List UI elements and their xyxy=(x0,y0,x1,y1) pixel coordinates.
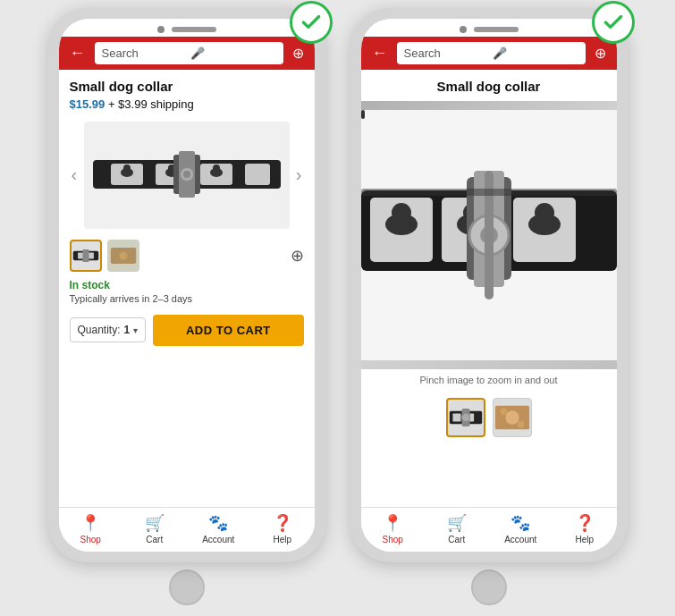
svg-point-46 xyxy=(500,408,507,415)
phone1-wrapper: ← Search 🎤 ⊕ Small dog collar $15.99 + $… xyxy=(48,8,325,609)
product-price-1: $15.99 + $3.99 shipping xyxy=(70,97,304,111)
account-label-2: Account xyxy=(504,535,536,544)
back-button-2[interactable]: ← xyxy=(368,42,392,64)
cart-icon-1: 🛒 xyxy=(145,513,165,533)
bottom-nav-2: 📍 Shop 🛒 Cart 🐾 Account ❓ Help xyxy=(361,507,617,552)
mic-icon-2: 🎤 xyxy=(493,46,578,60)
quantity-selector-1[interactable]: Quantity: 1 ▾ xyxy=(70,317,147,342)
account-icon-1: 🐾 xyxy=(208,513,228,533)
speaker-1 xyxy=(172,27,216,32)
bottom-nav-1: 📍 Shop 🛒 Cart 🐾 Account ❓ Help xyxy=(59,507,315,552)
help-label-2: Help xyxy=(575,535,594,544)
app-header-1: ← Search 🎤 ⊕ xyxy=(59,37,315,70)
svg-point-10 xyxy=(213,165,220,172)
home-button-1[interactable] xyxy=(169,570,205,605)
search-bar-2[interactable]: Search 🎤 xyxy=(397,42,586,64)
nav-cart-2[interactable]: 🛒 Cart xyxy=(425,513,489,544)
nav-account-1[interactable]: 🐾 Account xyxy=(187,513,251,544)
svg-rect-4 xyxy=(245,164,270,185)
phone2-wrapper: ← Search 🎤 ⊕ Small dog collar xyxy=(350,8,628,609)
shop-icon-2: 📍 xyxy=(383,513,402,533)
svg-point-32 xyxy=(535,203,554,223)
home-button-2[interactable] xyxy=(471,570,507,605)
svg-point-14 xyxy=(183,171,190,178)
qty-label-1: Quantity: xyxy=(78,324,121,336)
svg-rect-38 xyxy=(361,189,617,196)
thumbnail-alt-2[interactable] xyxy=(493,398,532,437)
camera-1 xyxy=(157,26,165,33)
share-icon-2[interactable]: ⊕ xyxy=(591,43,610,63)
collar-svg-zoom xyxy=(361,101,617,369)
phone1: ← Search 🎤 ⊕ Small dog collar $15.99 + $… xyxy=(48,8,325,562)
collar-svg-1 xyxy=(84,122,290,229)
quantity-cart-row-1: Quantity: 1 ▾ ADD TO CART xyxy=(59,308,315,353)
account-icon-2: 🐾 xyxy=(510,513,530,533)
qty-value-1: 1 xyxy=(124,324,131,336)
thumbnail-collar-2[interactable] xyxy=(446,398,485,437)
shop-icon-1: 📍 xyxy=(80,513,100,533)
app-header-2: ← Search 🎤 ⊕ xyxy=(361,37,617,70)
thumbnail-collar-1[interactable] xyxy=(70,240,102,272)
thumbnail-row-1: ⊕ xyxy=(59,236,315,275)
help-icon-2: ❓ xyxy=(575,513,595,533)
phone1-screen: ← Search 🎤 ⊕ Small dog collar $15.99 + $… xyxy=(59,19,315,552)
share-icon-1[interactable]: ⊕ xyxy=(289,43,308,63)
svg-point-45 xyxy=(505,410,519,424)
product-title-1: Small dog collar xyxy=(70,79,304,94)
thumbnail-alt-1[interactable] xyxy=(107,240,139,272)
back-button-1[interactable]: ← xyxy=(66,42,89,64)
product-info-1: Small dog collar $15.99 + $3.99 shipping xyxy=(59,70,315,114)
scene: ← Search 🎤 ⊕ Small dog collar $15.99 + $… xyxy=(30,0,645,616)
notch-area-1 xyxy=(59,19,315,37)
shop-label-1: Shop xyxy=(80,535,101,544)
add-to-cart-button-1[interactable]: ADD TO CART xyxy=(153,315,303,346)
cart-icon-2: 🛒 xyxy=(447,513,467,533)
shop-label-2: Shop xyxy=(383,535,403,544)
qty-chevron-1: ▾ xyxy=(133,325,138,335)
nav-help-1[interactable]: ❓ Help xyxy=(250,513,315,544)
pinch-hint-2: Pinch image to zoom in and out xyxy=(361,369,617,391)
svg-point-43 xyxy=(461,413,469,421)
next-arrow-1[interactable]: › xyxy=(296,165,302,185)
screen-content-2: Small dog collar xyxy=(361,70,617,507)
svg-point-47 xyxy=(517,420,524,427)
price-amount-1: $15.99 xyxy=(70,97,105,111)
phone2-screen: ← Search 🎤 ⊕ Small dog collar xyxy=(361,19,617,552)
camera-2 xyxy=(460,26,467,33)
stock-section-1: In stock Typically arrives in 2–3 days xyxy=(59,275,315,308)
screen-content-1: Small dog collar $15.99 + $3.99 shipping… xyxy=(59,70,315,507)
svg-rect-18 xyxy=(82,249,89,261)
nav-account-2[interactable]: 🐾 Account xyxy=(489,513,553,544)
nav-cart-1[interactable]: 🛒 Cart xyxy=(122,513,187,544)
svg-point-27 xyxy=(392,203,411,223)
nav-shop-1[interactable]: 📍 Shop xyxy=(59,513,123,544)
zoomed-image-2[interactable] xyxy=(361,101,617,369)
product-title-2: Small dog collar xyxy=(372,79,606,94)
cart-label-2: Cart xyxy=(448,535,465,544)
search-placeholder-2: Search xyxy=(404,46,490,60)
svg-point-6 xyxy=(123,165,131,172)
account-label-1: Account xyxy=(202,535,234,544)
product-image-container-1: ‹ xyxy=(59,114,315,236)
help-icon-1: ❓ xyxy=(273,513,292,533)
search-bar-1[interactable]: Search 🎤 xyxy=(95,42,283,64)
in-stock-label-1: In stock xyxy=(70,279,304,291)
product-image-1 xyxy=(84,122,290,229)
help-label-1: Help xyxy=(273,535,291,544)
zoom-icon-1[interactable]: ⊕ xyxy=(291,246,304,266)
nav-shop-2[interactable]: 📍 Shop xyxy=(361,513,426,544)
thumbnail-row-2 xyxy=(361,391,617,444)
nav-help-2[interactable]: ❓ Help xyxy=(553,513,617,544)
product-info-2: Small dog collar xyxy=(361,70,617,101)
arrives-text-1: Typically arrives in 2–3 days xyxy=(70,293,304,304)
notch-area-2 xyxy=(361,19,617,37)
svg-point-20 xyxy=(119,251,127,259)
svg-rect-28 xyxy=(361,110,365,119)
check-badge-2 xyxy=(592,1,635,44)
search-placeholder-1: Search xyxy=(102,46,188,60)
cart-label-1: Cart xyxy=(146,535,163,544)
phone2: ← Search 🎤 ⊕ Small dog collar xyxy=(350,8,628,562)
prev-arrow-1[interactable]: ‹ xyxy=(72,165,78,185)
svg-rect-40 xyxy=(452,413,460,421)
speaker-2 xyxy=(474,27,519,32)
